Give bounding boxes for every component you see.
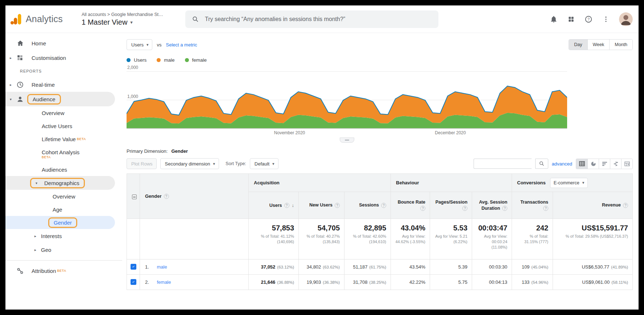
comparison-view-icon[interactable] [610, 159, 621, 169]
attribution-icon [16, 267, 25, 275]
male-series-dot [157, 58, 161, 62]
primary-dimension-bar: Primary Dimension: Gender [127, 148, 633, 154]
column-header-bounce-rate[interactable]: Bounce Rate [391, 192, 430, 219]
more-options-icon[interactable] [602, 15, 610, 24]
chevron-right-icon: ▸ [34, 248, 41, 252]
help-icon[interactable] [623, 203, 628, 208]
sidebar-item-realtime[interactable]: ▸ Real-time [5, 77, 122, 92]
plot-rows-button[interactable]: Plot Rows [127, 158, 157, 169]
sidebar-item-demographics[interactable]: ▾ Demographics [5, 176, 115, 190]
search-input[interactable] [205, 16, 432, 22]
help-icon[interactable] [381, 203, 386, 208]
chevron-down-icon: ▾ [582, 180, 585, 185]
audience-highlight: Audience [27, 94, 61, 105]
reports-section-label: REPORTS [5, 65, 122, 77]
group-header-acquisition: Acquisition [249, 174, 391, 192]
global-search-bar[interactable] [185, 11, 438, 28]
advanced-search-link[interactable]: advanced [552, 161, 572, 167]
column-header-avg-session-duration[interactable]: Avg. Session Duration [472, 192, 512, 219]
sidebar-item-attribution[interactable]: Attribution BETA [5, 263, 122, 278]
granularity-toggle: Day Week Month [569, 39, 633, 50]
column-header-revenue[interactable]: Revenue [553, 192, 633, 219]
beta-badge: BETA [42, 155, 79, 159]
chart-expand-handle[interactable] [340, 138, 354, 143]
apps-grid-icon[interactable] [567, 15, 575, 24]
column-header-users[interactable]: Users↓ [249, 192, 299, 219]
trend-chart-svg[interactable] [127, 67, 567, 130]
breadcrumb[interactable]: All accounts > Google Merchandise St… [82, 12, 180, 17]
sidebar-item-lifetime-value[interactable]: Lifetime Value BETA [5, 132, 122, 146]
avatar[interactable] [619, 12, 633, 26]
sidebar-item-gender[interactable]: Gender [5, 216, 115, 229]
gender-link-female[interactable]: female [157, 279, 171, 285]
gender-report-table: Gender Acquisition Behaviour Conversions [127, 173, 633, 290]
gender-link-male[interactable]: male [157, 264, 167, 270]
help-icon[interactable] [502, 206, 507, 211]
sidebar-item-cohort-analysis[interactable]: Cohort Analysis BETA [5, 146, 122, 163]
performance-view-icon[interactable] [599, 159, 610, 169]
sidebar-item-interests[interactable]: ▸ Interests [5, 229, 122, 243]
column-header-gender[interactable]: Gender [140, 174, 249, 219]
help-icon[interactable] [462, 206, 467, 211]
sidebar-item-geo[interactable]: ▸ Geo [5, 243, 122, 257]
search-icon [192, 16, 199, 23]
legend-users[interactable]: Users [127, 57, 146, 63]
table-search-button[interactable] [535, 159, 548, 169]
metric-selector[interactable]: Users ▾ [127, 39, 152, 50]
sidebar-item-demographics-overview[interactable]: Overview [5, 190, 122, 203]
collapse-rows-icon[interactable] [132, 195, 137, 199]
group-header-behaviour: Behaviour [391, 174, 512, 192]
help-icon[interactable] [284, 203, 289, 208]
view-selector[interactable]: 1 Master View ▾ [82, 18, 180, 26]
svg-text:?: ? [587, 17, 590, 21]
granularity-day-button[interactable]: Day [569, 40, 587, 50]
chevron-right-icon: ▸ [10, 83, 16, 87]
ecommerce-selector[interactable]: E-commerce ▾ [550, 178, 588, 188]
column-header-sessions[interactable]: Sessions [344, 192, 391, 219]
row-checkbox[interactable] [131, 264, 136, 270]
sidebar-item-audience[interactable]: ▾ Audience [5, 92, 115, 106]
totals-row: 57,853% of Total: 41.12% (140,696) 54,70… [127, 219, 633, 259]
granularity-week-button[interactable]: Week [587, 40, 610, 50]
column-header-pages-session[interactable]: Pages/Session [430, 192, 472, 219]
help-icon[interactable]: ? [584, 15, 593, 24]
row-checkbox[interactable] [131, 279, 136, 285]
secondary-dimension-button[interactable]: Secondary dimension ▾ [160, 158, 219, 169]
gender-highlight: Gender [48, 217, 77, 228]
data-table-view-icon[interactable] [576, 159, 587, 169]
help-icon[interactable] [335, 203, 340, 208]
sidebar-item-age[interactable]: Age [5, 203, 122, 216]
help-icon[interactable] [164, 194, 169, 199]
demographics-highlight: ▾ Demographics [30, 178, 85, 188]
sidebar-item-home[interactable]: Home [5, 36, 122, 50]
sidebar-item-active-users[interactable]: Active Users [5, 119, 122, 132]
percentage-view-icon[interactable] [587, 159, 599, 169]
select-metric-link[interactable]: Select a metric [166, 42, 197, 48]
vs-label: vs [157, 42, 161, 48]
table-search-input[interactable] [474, 159, 532, 169]
chevron-down-icon: ▾ [130, 20, 133, 25]
analytics-logo-icon [10, 13, 22, 25]
header-actions: ? [549, 12, 633, 26]
column-header-new-users[interactable]: New Users [299, 192, 344, 219]
pivot-view-icon[interactable] [621, 159, 632, 169]
help-icon[interactable] [420, 206, 425, 211]
analytics-logo[interactable]: Analytics [10, 13, 82, 25]
chevron-down-icon: ▾ [213, 161, 215, 166]
notifications-icon[interactable] [549, 15, 558, 24]
sidebar-item-customisation[interactable]: ▸ Customisation [5, 50, 122, 65]
sort-arrow-icon: ↓ [292, 202, 294, 208]
sidebar-item-audiences[interactable]: Audiences [5, 163, 122, 176]
column-header-transactions[interactable]: Transactions [512, 192, 553, 219]
legend-female[interactable]: female [185, 57, 207, 63]
help-icon[interactable] [543, 206, 548, 211]
sidebar-item-audience-overview[interactable]: Overview [5, 106, 122, 119]
beta-badge: BETA [57, 269, 66, 273]
trend-chart[interactable]: 2,000 1,000 November 2020 December 2020 [127, 67, 567, 137]
sort-type-button[interactable]: Default ▾ [250, 158, 278, 169]
granularity-month-button[interactable]: Month [609, 40, 632, 50]
legend-male[interactable]: male [157, 57, 174, 63]
primary-dimension-gender[interactable]: Gender [171, 148, 188, 154]
app-window: Analytics All accounts > Google Merchand… [5, 5, 639, 310]
account-picker[interactable]: All accounts > Google Merchandise St… 1 … [82, 12, 180, 26]
